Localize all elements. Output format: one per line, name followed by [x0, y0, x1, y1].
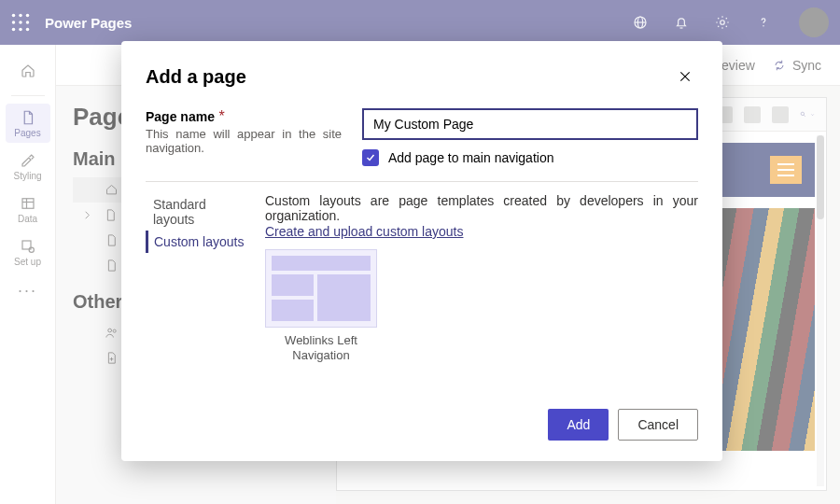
cancel-button[interactable]: Cancel: [618, 409, 698, 441]
tab-custom-layouts[interactable]: Custom layouts: [146, 231, 256, 253]
template-title: Weblinks Left Navigation: [265, 333, 377, 362]
add-button[interactable]: Add: [548, 409, 609, 441]
dialog-title: Add a page: [146, 66, 246, 88]
close-button[interactable]: [672, 63, 698, 90]
tab-standard-layouts[interactable]: Standard layouts: [146, 193, 256, 231]
check-icon: [365, 152, 376, 163]
layout-template-card[interactable]: Weblinks Left Navigation: [265, 249, 377, 362]
page-name-hint: This name will appear in the site naviga…: [146, 127, 342, 155]
template-thumb: [265, 249, 377, 328]
create-upload-link[interactable]: Create and upload custom layouts: [265, 224, 463, 239]
page-name-label: Page name: [146, 109, 215, 124]
custom-layouts-desc: Custom layouts are page templates create…: [265, 193, 698, 223]
required-mark: *: [218, 108, 224, 124]
add-page-dialog: Add a page Page name * This name will ap…: [121, 41, 722, 461]
add-to-nav-label: Add page to main navigation: [388, 150, 553, 165]
close-icon: [678, 69, 693, 84]
add-to-nav-checkbox[interactable]: [362, 149, 379, 166]
page-name-input[interactable]: [362, 108, 698, 140]
divider: [146, 181, 698, 182]
